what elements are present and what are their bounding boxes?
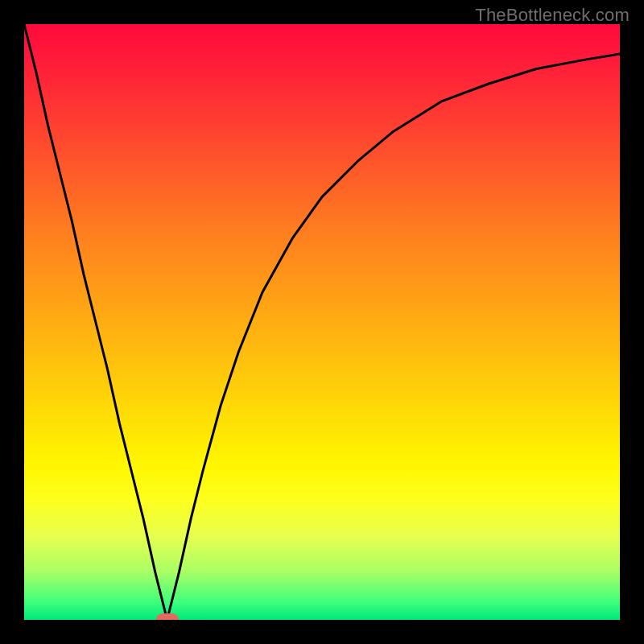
plot-area bbox=[24, 24, 620, 620]
bottleneck-curve bbox=[24, 24, 620, 620]
watermark-text: TheBottleneck.com bbox=[475, 5, 630, 26]
optimal-point-marker bbox=[156, 613, 179, 620]
chart-frame: TheBottleneck.com bbox=[0, 0, 644, 644]
